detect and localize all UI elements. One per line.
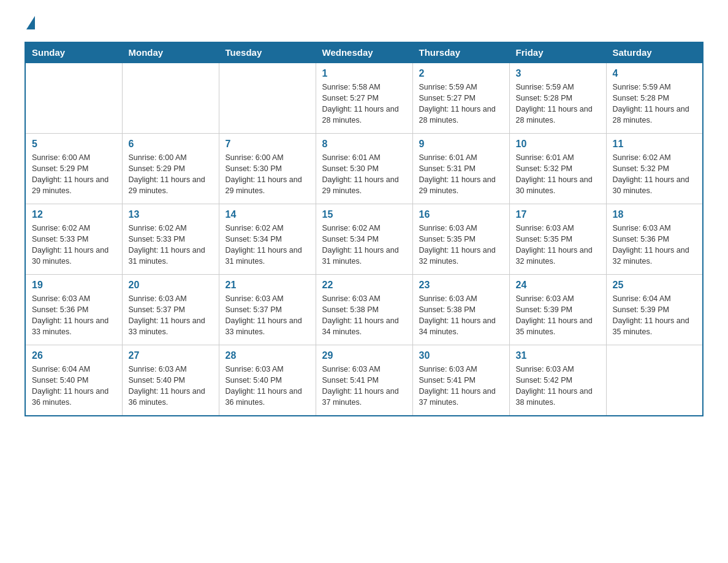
calendar-cell: [219, 63, 316, 134]
calendar-cell: 25Sunrise: 6:04 AM Sunset: 5:39 PM Dayli…: [606, 275, 703, 345]
day-info: Sunrise: 6:03 AM Sunset: 5:39 PM Dayligh…: [516, 293, 600, 338]
day-number: 4: [613, 68, 697, 79]
day-number: 5: [32, 139, 116, 150]
calendar-week-5: 26Sunrise: 6:04 AM Sunset: 5:40 PM Dayli…: [25, 345, 703, 416]
day-number: 2: [419, 68, 503, 79]
day-number: 15: [322, 209, 406, 220]
logo: [25, 18, 35, 29]
calendar-cell: [122, 63, 219, 134]
header-tuesday: Tuesday: [219, 42, 316, 63]
day-number: 22: [322, 280, 406, 291]
calendar-cell: 23Sunrise: 6:03 AM Sunset: 5:38 PM Dayli…: [412, 275, 509, 345]
day-info: Sunrise: 6:03 AM Sunset: 5:38 PM Dayligh…: [322, 293, 406, 338]
day-number: 12: [32, 209, 116, 220]
day-number: 18: [613, 209, 697, 220]
calendar-cell: 12Sunrise: 6:02 AM Sunset: 5:33 PM Dayli…: [25, 204, 122, 275]
day-info: Sunrise: 6:00 AM Sunset: 5:29 PM Dayligh…: [129, 152, 213, 197]
calendar-cell: [25, 63, 122, 134]
calendar-cell: 4Sunrise: 5:59 AM Sunset: 5:28 PM Daylig…: [606, 63, 703, 134]
header-monday: Monday: [122, 42, 219, 63]
page-header: [25, 18, 703, 29]
calendar-cell: [606, 345, 703, 416]
day-number: 1: [322, 68, 406, 79]
day-number: 10: [516, 139, 600, 150]
day-info: Sunrise: 6:02 AM Sunset: 5:33 PM Dayligh…: [129, 223, 213, 267]
calendar-cell: 18Sunrise: 6:03 AM Sunset: 5:36 PM Dayli…: [606, 204, 703, 275]
day-info: Sunrise: 6:03 AM Sunset: 5:40 PM Dayligh…: [226, 364, 309, 408]
calendar-cell: 3Sunrise: 5:59 AM Sunset: 5:28 PM Daylig…: [509, 63, 606, 134]
day-info: Sunrise: 5:59 AM Sunset: 5:28 PM Dayligh…: [613, 82, 697, 126]
day-info: Sunrise: 6:02 AM Sunset: 5:34 PM Dayligh…: [226, 223, 309, 267]
calendar-table: SundayMondayTuesdayWednesdayThursdayFrid…: [25, 42, 703, 416]
calendar-cell: 24Sunrise: 6:03 AM Sunset: 5:39 PM Dayli…: [509, 275, 606, 345]
calendar-cell: 1Sunrise: 5:58 AM Sunset: 5:27 PM Daylig…: [316, 63, 412, 134]
day-info: Sunrise: 6:02 AM Sunset: 5:33 PM Dayligh…: [32, 223, 116, 267]
day-number: 17: [516, 209, 600, 220]
calendar-week-3: 12Sunrise: 6:02 AM Sunset: 5:33 PM Dayli…: [25, 204, 703, 275]
calendar-week-4: 19Sunrise: 6:03 AM Sunset: 5:36 PM Dayli…: [25, 275, 703, 345]
day-number: 3: [516, 68, 600, 79]
day-info: Sunrise: 6:04 AM Sunset: 5:40 PM Dayligh…: [32, 364, 116, 408]
day-info: Sunrise: 5:59 AM Sunset: 5:28 PM Dayligh…: [516, 82, 600, 126]
day-info: Sunrise: 6:03 AM Sunset: 5:37 PM Dayligh…: [226, 293, 309, 338]
calendar-cell: 9Sunrise: 6:01 AM Sunset: 5:31 PM Daylig…: [412, 134, 509, 204]
day-info: Sunrise: 6:01 AM Sunset: 5:32 PM Dayligh…: [516, 152, 600, 197]
calendar-header-row: SundayMondayTuesdayWednesdayThursdayFrid…: [25, 42, 703, 63]
day-info: Sunrise: 6:03 AM Sunset: 5:41 PM Dayligh…: [419, 364, 503, 408]
day-number: 24: [516, 280, 600, 291]
day-number: 8: [322, 139, 406, 150]
day-info: Sunrise: 6:01 AM Sunset: 5:31 PM Dayligh…: [419, 152, 503, 197]
day-number: 26: [32, 350, 116, 361]
calendar-week-2: 5Sunrise: 6:00 AM Sunset: 5:29 PM Daylig…: [25, 134, 703, 204]
day-number: 21: [226, 280, 309, 291]
header-saturday: Saturday: [606, 42, 703, 63]
day-info: Sunrise: 6:02 AM Sunset: 5:34 PM Dayligh…: [322, 223, 406, 267]
day-info: Sunrise: 6:01 AM Sunset: 5:30 PM Dayligh…: [322, 152, 406, 197]
calendar-cell: 29Sunrise: 6:03 AM Sunset: 5:41 PM Dayli…: [316, 345, 412, 416]
day-info: Sunrise: 6:03 AM Sunset: 5:35 PM Dayligh…: [419, 223, 503, 267]
day-number: 19: [32, 280, 116, 291]
calendar-cell: 30Sunrise: 6:03 AM Sunset: 5:41 PM Dayli…: [412, 345, 509, 416]
day-number: 23: [419, 280, 503, 291]
calendar-cell: 11Sunrise: 6:02 AM Sunset: 5:32 PM Dayli…: [606, 134, 703, 204]
calendar-cell: 15Sunrise: 6:02 AM Sunset: 5:34 PM Dayli…: [316, 204, 412, 275]
day-number: 16: [419, 209, 503, 220]
header-wednesday: Wednesday: [316, 42, 412, 63]
day-number: 6: [129, 139, 213, 150]
calendar-cell: 14Sunrise: 6:02 AM Sunset: 5:34 PM Dayli…: [219, 204, 316, 275]
day-info: Sunrise: 6:03 AM Sunset: 5:41 PM Dayligh…: [322, 364, 406, 408]
calendar-cell: 17Sunrise: 6:03 AM Sunset: 5:35 PM Dayli…: [509, 204, 606, 275]
calendar-cell: 26Sunrise: 6:04 AM Sunset: 5:40 PM Dayli…: [25, 345, 122, 416]
day-info: Sunrise: 6:03 AM Sunset: 5:37 PM Dayligh…: [129, 293, 213, 338]
calendar-cell: 7Sunrise: 6:00 AM Sunset: 5:30 PM Daylig…: [219, 134, 316, 204]
calendar-cell: 27Sunrise: 6:03 AM Sunset: 5:40 PM Dayli…: [122, 345, 219, 416]
calendar-cell: 28Sunrise: 6:03 AM Sunset: 5:40 PM Dayli…: [219, 345, 316, 416]
day-info: Sunrise: 6:03 AM Sunset: 5:36 PM Dayligh…: [32, 293, 116, 338]
day-info: Sunrise: 6:03 AM Sunset: 5:40 PM Dayligh…: [129, 364, 213, 408]
day-number: 30: [419, 350, 503, 361]
calendar-cell: 19Sunrise: 6:03 AM Sunset: 5:36 PM Dayli…: [25, 275, 122, 345]
day-info: Sunrise: 5:59 AM Sunset: 5:27 PM Dayligh…: [419, 82, 503, 126]
day-number: 25: [613, 280, 697, 291]
calendar-cell: 21Sunrise: 6:03 AM Sunset: 5:37 PM Dayli…: [219, 275, 316, 345]
calendar-cell: 16Sunrise: 6:03 AM Sunset: 5:35 PM Dayli…: [412, 204, 509, 275]
calendar-cell: 22Sunrise: 6:03 AM Sunset: 5:38 PM Dayli…: [316, 275, 412, 345]
calendar-cell: 31Sunrise: 6:03 AM Sunset: 5:42 PM Dayli…: [509, 345, 606, 416]
day-info: Sunrise: 6:04 AM Sunset: 5:39 PM Dayligh…: [613, 293, 697, 338]
day-number: 13: [129, 209, 213, 220]
day-info: Sunrise: 6:03 AM Sunset: 5:42 PM Dayligh…: [516, 364, 600, 408]
calendar-cell: 2Sunrise: 5:59 AM Sunset: 5:27 PM Daylig…: [412, 63, 509, 134]
calendar-cell: 10Sunrise: 6:01 AM Sunset: 5:32 PM Dayli…: [509, 134, 606, 204]
calendar-week-1: 1Sunrise: 5:58 AM Sunset: 5:27 PM Daylig…: [25, 63, 703, 134]
calendar-cell: 20Sunrise: 6:03 AM Sunset: 5:37 PM Dayli…: [122, 275, 219, 345]
day-number: 7: [226, 139, 309, 150]
day-number: 14: [226, 209, 309, 220]
day-info: Sunrise: 6:02 AM Sunset: 5:32 PM Dayligh…: [613, 152, 697, 197]
header-friday: Friday: [509, 42, 606, 63]
day-number: 28: [226, 350, 309, 361]
calendar-cell: 13Sunrise: 6:02 AM Sunset: 5:33 PM Dayli…: [122, 204, 219, 275]
day-info: Sunrise: 6:00 AM Sunset: 5:29 PM Dayligh…: [32, 152, 116, 197]
header-sunday: Sunday: [25, 42, 122, 63]
day-info: Sunrise: 6:03 AM Sunset: 5:38 PM Dayligh…: [419, 293, 503, 338]
day-number: 11: [613, 139, 697, 150]
